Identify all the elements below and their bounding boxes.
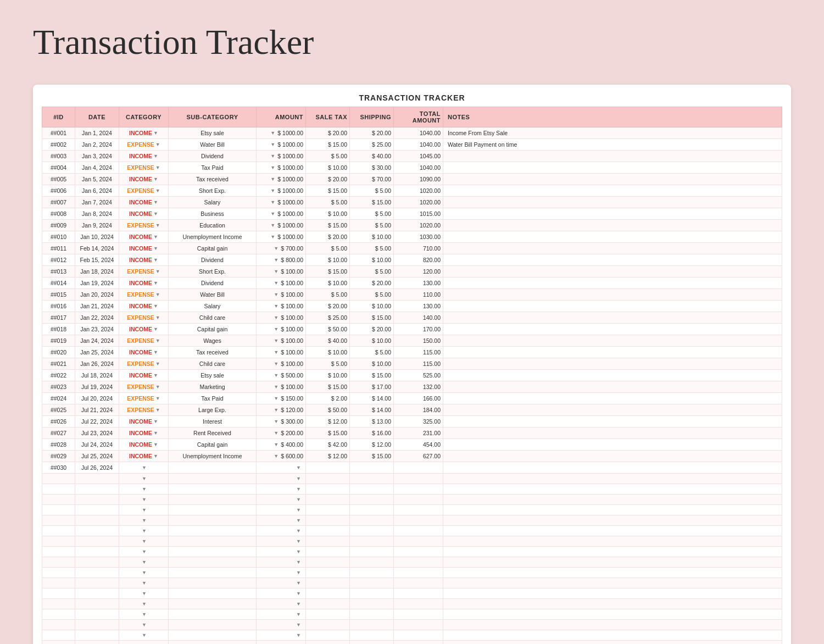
dropdown-arrow-amount[interactable]: ▼	[270, 223, 275, 228]
dropdown-arrow-empty[interactable]: ▼	[142, 497, 147, 502]
dropdown-arrow-empty[interactable]: ▼	[142, 507, 147, 513]
dropdown-arrow-empty-amt[interactable]: ▼	[296, 549, 301, 554]
dropdown-arrow-empty-amt[interactable]: ▼	[296, 591, 301, 596]
cell-category[interactable]: EXPENSE ▼	[119, 381, 169, 393]
dropdown-arrow-amount[interactable]: ▼	[270, 188, 275, 193]
dropdown-arrow-amount[interactable]: ▼	[270, 153, 275, 159]
dropdown-arrow-amount[interactable]: ▼	[274, 338, 279, 343]
dropdown-arrow-empty-amt[interactable]: ▼	[296, 528, 301, 534]
dropdown-arrow-category[interactable]: ▼	[155, 223, 160, 228]
dropdown-arrow-category[interactable]: ▼	[153, 453, 158, 459]
dropdown-arrow-category[interactable]: ▼	[155, 361, 160, 367]
cell-category[interactable]: ▼	[119, 462, 169, 474]
empty-cell[interactable]: ▼	[119, 495, 169, 505]
dropdown-arrow-empty-amt[interactable]: ▼	[296, 622, 301, 628]
dropdown-arrow-category[interactable]: ▼	[153, 130, 158, 136]
dropdown-arrow-empty-amt[interactable]: ▼	[296, 612, 301, 617]
dropdown-arrow-amount[interactable]: ▼	[274, 384, 279, 390]
cell-category[interactable]: INCOME ▼	[119, 301, 169, 312]
empty-cell[interactable]: ▼	[119, 547, 169, 557]
dropdown-arrow-amount[interactable]: ▼	[274, 269, 279, 274]
cell-category[interactable]: EXPENSE ▼	[119, 220, 169, 231]
empty-cell[interactable]: ▼	[119, 526, 169, 536]
dropdown-arrow-category[interactable]: ▼	[153, 234, 158, 240]
dropdown-arrow-category[interactable]: ▼	[155, 165, 160, 170]
dropdown-arrow-category[interactable]: ▼	[153, 257, 158, 263]
dropdown-arrow-empty[interactable]: ▼	[142, 559, 147, 565]
dropdown-arrow-amount[interactable]: ▼	[274, 442, 279, 447]
cell-category[interactable]: INCOME ▼	[119, 174, 169, 185]
cell-category[interactable]: INCOME ▼	[119, 151, 169, 162]
empty-cell[interactable]: ▼	[119, 589, 169, 599]
cell-category[interactable]: EXPENSE ▼	[119, 335, 169, 347]
dropdown-arrow-amount[interactable]: ▼	[274, 407, 279, 413]
dropdown-arrow-category[interactable]: ▼	[153, 199, 158, 205]
dropdown-arrow-empty-amt[interactable]: ▼	[296, 632, 301, 638]
dropdown-arrow-empty[interactable]: ▼	[142, 591, 147, 596]
dropdown-arrow-category[interactable]: ▼	[155, 396, 160, 401]
dropdown-arrow-empty-amt[interactable]: ▼	[296, 538, 301, 544]
dropdown-arrow-category[interactable]: ▼	[155, 188, 160, 193]
cell-category[interactable]: INCOME ▼	[119, 277, 169, 289]
dropdown-arrow-empty-amt[interactable]: ▼	[296, 518, 301, 523]
dropdown-arrow-category[interactable]: ▼	[153, 326, 158, 332]
dropdown-arrow-empty[interactable]: ▼	[142, 580, 147, 586]
cell-category[interactable]: INCOME ▼	[119, 127, 169, 139]
dropdown-arrow-amount[interactable]: ▼	[270, 211, 275, 216]
dropdown-arrow-amount[interactable]: ▼	[274, 349, 279, 355]
cell-category[interactable]: INCOME ▼	[119, 324, 169, 335]
dropdown-arrow-empty[interactable]: ▼	[142, 622, 147, 628]
dropdown-arrow-empty-amt[interactable]: ▼	[296, 497, 301, 502]
dropdown-arrow-category[interactable]: ▼	[153, 349, 158, 355]
dropdown-arrow-amount[interactable]: ▼	[274, 246, 279, 251]
dropdown-arrow-amount[interactable]: ▼	[274, 430, 279, 436]
dropdown-arrow-category[interactable]: ▼	[153, 373, 158, 378]
dropdown-arrow-category[interactable]: ▼	[153, 442, 158, 447]
dropdown-arrow-empty-amt[interactable]: ▼	[296, 570, 301, 575]
dropdown-arrow-empty-amt[interactable]: ▼	[296, 476, 301, 481]
dropdown-arrow-empty[interactable]: ▼	[142, 476, 147, 481]
cell-category[interactable]: EXPENSE ▼	[119, 358, 169, 370]
empty-cell[interactable]: ▼	[119, 557, 169, 568]
dropdown-arrow-amount[interactable]: ▼	[274, 292, 279, 297]
dropdown-arrow-amount[interactable]: ▼	[270, 130, 275, 136]
empty-cell[interactable]: ▼	[119, 505, 169, 515]
dropdown-arrow-amount[interactable]: ▼	[274, 419, 279, 424]
dropdown-arrow-amount[interactable]: ▼	[274, 257, 279, 263]
cell-category[interactable]: EXPENSE ▼	[119, 404, 169, 416]
dropdown-arrow-empty[interactable]: ▼	[142, 570, 147, 575]
dropdown-arrow-amount[interactable]: ▼	[270, 199, 275, 205]
dropdown-arrow-amount[interactable]: ▼	[274, 280, 279, 286]
dropdown-arrow-empty[interactable]: ▼	[142, 518, 147, 523]
dropdown-arrow-category[interactable]: ▼	[155, 407, 160, 413]
cell-category[interactable]: INCOME ▼	[119, 231, 169, 243]
dropdown-arrow-category[interactable]: ▼	[153, 280, 158, 286]
cell-category[interactable]: EXPENSE ▼	[119, 289, 169, 301]
dropdown-arrow-empty-amt[interactable]: ▼	[296, 486, 301, 492]
dropdown-arrow-category[interactable]: ▼	[155, 269, 160, 274]
dropdown-arrow-category[interactable]: ▼	[155, 384, 160, 390]
empty-cell[interactable]: ▼	[119, 641, 169, 645]
dropdown-arrow-amount[interactable]: ▼	[274, 361, 279, 367]
dropdown-arrow-amount[interactable]: ▼	[274, 373, 279, 378]
cell-category[interactable]: INCOME ▼	[119, 370, 169, 381]
dropdown-arrow-empty[interactable]: ▼	[142, 601, 147, 607]
cell-category[interactable]: INCOME ▼	[119, 243, 169, 254]
dropdown-arrow-category[interactable]: ▼	[153, 246, 158, 251]
cell-category[interactable]: EXPENSE ▼	[119, 266, 169, 277]
empty-cell[interactable]: ▼	[119, 474, 169, 484]
cell-category[interactable]: INCOME ▼	[119, 208, 169, 220]
dropdown-arrow-empty[interactable]: ▼	[142, 632, 147, 638]
empty-cell[interactable]: ▼	[119, 609, 169, 620]
dropdown-arrow-amount[interactable]: ▼	[274, 315, 279, 320]
dropdown-arrow-category[interactable]: ▼	[155, 142, 160, 147]
dropdown-arrow-amount[interactable]: ▼	[274, 303, 279, 309]
dropdown-arrow-category[interactable]: ▼	[142, 465, 147, 470]
cell-category[interactable]: INCOME ▼	[119, 451, 169, 462]
dropdown-arrow-empty[interactable]: ▼	[142, 538, 147, 544]
dropdown-arrow-category[interactable]: ▼	[155, 338, 160, 343]
cell-category[interactable]: INCOME ▼	[119, 428, 169, 439]
empty-cell[interactable]: ▼	[119, 578, 169, 589]
dropdown-arrow-empty-amt[interactable]: ▼	[296, 507, 301, 513]
dropdown-arrow-empty[interactable]: ▼	[142, 612, 147, 617]
